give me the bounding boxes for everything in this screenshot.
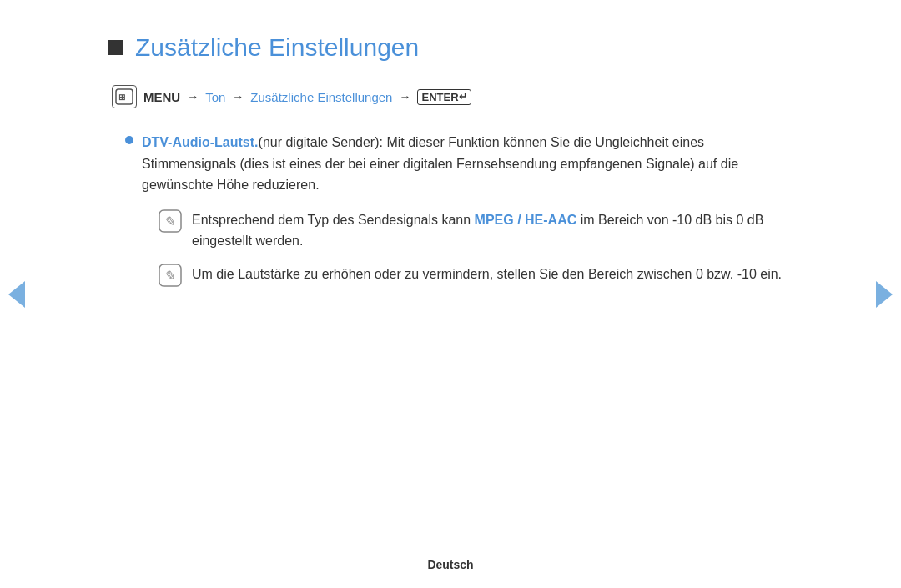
arrow-left-icon [8,281,25,308]
menu-icon: ⊞ [112,85,137,108]
dtv-link: DTV-Audio-Lautst. [142,135,259,149]
page-title: Zusätzliche Einstellungen [135,33,419,62]
note-items: ✎ Entsprechend dem Typ des Sendesignals … [108,209,793,287]
note-icon-2: ✎ [159,264,182,287]
enter-box: ENTER↵ [417,89,471,105]
breadcrumb-zusatz: Zusätzliche Einstellungen [250,90,392,104]
breadcrumb-arrow-1: → [187,90,199,103]
arrow-right-icon [876,281,893,308]
breadcrumb: ⊞ MENU → Ton → Zusätzliche Einstellungen… [108,85,793,108]
bullet-section: DTV-Audio-Lautst.(nur digitale Sender): … [108,132,793,196]
note-1-prefix: Entsprechend dem Typ des Sendesignals ka… [192,213,475,227]
note-1-text: Entsprechend dem Typ des Sendesignals ka… [192,209,793,252]
enter-arrow-icon: ↵ [459,91,467,103]
breadcrumb-ton: Ton [205,90,225,104]
bullet-dot-icon [125,136,133,144]
note-icon-1: ✎ [159,209,182,233]
svg-text:⊞: ⊞ [118,93,125,102]
nav-previous-button[interactable] [7,278,27,311]
footer: Deutsch [0,558,901,571]
dtv-bullet-item: DTV-Audio-Lautst.(nur digitale Sender): … [125,132,793,196]
note-2-text: Um die Lautstärke zu erhöhen oder zu ver… [192,264,782,285]
svg-text:✎: ✎ [164,269,174,283]
svg-text:✎: ✎ [164,214,174,229]
breadcrumb-menu-label: MENU [143,90,180,104]
breadcrumb-arrow-2: → [232,90,244,103]
breadcrumb-enter: ENTER↵ [417,89,471,105]
note-item-2: ✎ Um die Lautstärke zu erhöhen oder zu v… [159,264,793,287]
note-item-1: ✎ Entsprechend dem Typ des Sendesignals … [159,209,793,252]
nav-next-button[interactable] [874,278,894,311]
footer-language: Deutsch [427,558,473,571]
breadcrumb-arrow-3: → [399,90,410,103]
page-title-row: Zusätzliche Einstellungen [108,33,793,62]
dtv-bullet-text: DTV-Audio-Lautst.(nur digitale Sender): … [142,132,793,196]
enter-label: ENTER [421,91,458,103]
title-square-icon [108,40,123,55]
mpeg-link: MPEG / HE-AAC [475,213,577,227]
